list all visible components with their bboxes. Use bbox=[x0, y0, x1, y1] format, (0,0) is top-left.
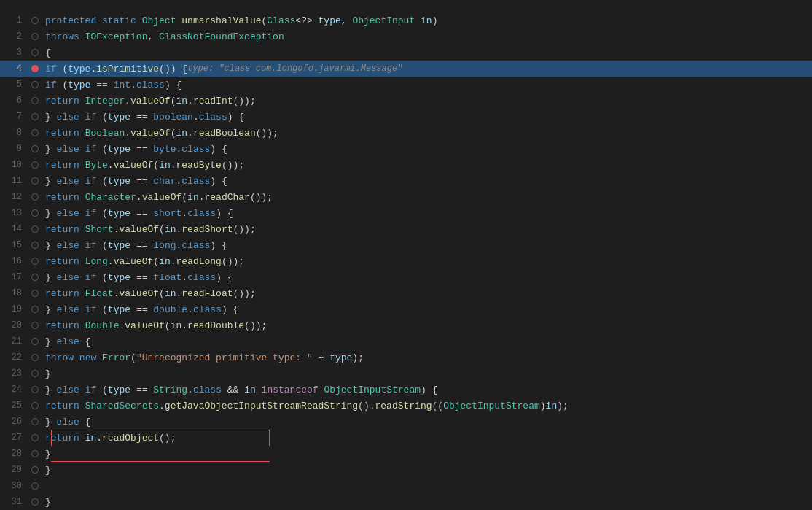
gutter-icon-area bbox=[28, 33, 42, 40]
breakpoint-hollow[interactable] bbox=[31, 258, 39, 265]
gutter-icon-area bbox=[28, 386, 42, 393]
breakpoint-hollow[interactable] bbox=[31, 209, 39, 217]
line-number: 3 bbox=[0, 47, 28, 58]
code-text: } else if (type == char.class) { bbox=[45, 176, 227, 187]
code-line: return Double.valueOf(in.readDouble()); bbox=[42, 317, 812, 333]
code-line: } else { bbox=[42, 333, 812, 349]
breakpoint-hollow[interactable] bbox=[31, 193, 39, 201]
line-number: 31 bbox=[0, 497, 28, 507]
gutter-icon-area bbox=[28, 65, 42, 72]
code-text: if (type == int.class) { bbox=[45, 80, 181, 90]
breakpoint-hollow[interactable] bbox=[31, 482, 39, 490]
line-row: 4 if (type.isPrimitive()) { type: "class… bbox=[0, 61, 812, 77]
breakpoint-hollow[interactable] bbox=[31, 274, 39, 281]
gutter-icon-area bbox=[28, 209, 42, 217]
gutter-icon-area bbox=[28, 370, 42, 377]
line-row: 28 } bbox=[0, 446, 812, 462]
breakpoint-hollow[interactable] bbox=[31, 33, 39, 40]
code-text: } else if (type == short.class) { bbox=[45, 208, 233, 219]
line-number: 19 bbox=[0, 304, 28, 314]
code-text: } bbox=[45, 465, 51, 476]
code-text: protected static Object unmarshalValue(C… bbox=[45, 15, 437, 26]
breakpoint-hollow[interactable] bbox=[31, 81, 39, 88]
breakpoint-dot[interactable] bbox=[31, 65, 39, 72]
line-row: 13 } else if (type == short.class) { bbox=[0, 205, 812, 221]
line-number: 1 bbox=[0, 15, 28, 26]
gutter-icon-area bbox=[28, 49, 42, 56]
line-number: 29 bbox=[0, 465, 28, 475]
gutter-icon-area bbox=[28, 290, 42, 297]
line-row: 8 return Boolean.valueOf(in.readBoolean(… bbox=[0, 125, 812, 141]
breakpoint-hollow[interactable] bbox=[31, 17, 39, 24]
breakpoint-hollow[interactable] bbox=[31, 498, 39, 506]
code-line: { bbox=[42, 45, 812, 61]
line-number: 9 bbox=[0, 144, 28, 154]
breakpoint-hollow[interactable] bbox=[31, 225, 39, 233]
code-line: return Short.valueOf(in.readShort()); bbox=[42, 221, 812, 237]
line-row: 24 } else if (type == String.class && in… bbox=[0, 382, 812, 398]
gutter-icon-area bbox=[28, 322, 42, 329]
gutter-icon-area bbox=[28, 418, 42, 425]
code-text: return Double.valueOf(in.readDouble()); bbox=[45, 320, 267, 331]
breakpoint-hollow[interactable] bbox=[31, 450, 39, 457]
code-text: return Character.valueOf(in.readChar()); bbox=[45, 192, 273, 203]
line-row: 26 } else { bbox=[0, 414, 812, 430]
line-row: 20 return Double.valueOf(in.readDouble()… bbox=[0, 317, 812, 333]
breakpoint-hollow[interactable] bbox=[31, 49, 39, 56]
line-row: 10 return Byte.valueOf(in.readByte()); bbox=[0, 157, 812, 173]
code-line: return Character.valueOf(in.readChar()); bbox=[42, 189, 812, 205]
breakpoint-hollow[interactable] bbox=[31, 402, 39, 409]
breakpoint-hollow[interactable] bbox=[31, 434, 39, 441]
breakpoint-hollow[interactable] bbox=[31, 322, 39, 329]
gutter-icon-area bbox=[28, 274, 42, 281]
code-line bbox=[42, 478, 812, 494]
gutter-icon-area bbox=[28, 97, 42, 104]
breakpoint-hollow[interactable] bbox=[31, 466, 39, 474]
code-line: return SharedSecrets.getJavaObjectInputS… bbox=[42, 398, 812, 414]
breakpoint-hollow[interactable] bbox=[31, 242, 39, 249]
breakpoint-hollow[interactable] bbox=[31, 97, 39, 104]
code-line: } bbox=[42, 462, 812, 478]
breakpoint-hollow[interactable] bbox=[31, 145, 39, 152]
code-text: return Byte.valueOf(in.readByte()); bbox=[45, 160, 244, 171]
code-text: return Short.valueOf(in.readShort()); bbox=[45, 224, 256, 235]
line-row: 14 return Short.valueOf(in.readShort()); bbox=[0, 221, 812, 237]
breakpoint-hollow[interactable] bbox=[31, 386, 39, 393]
gutter-icon-area bbox=[28, 177, 42, 185]
line-number: 14 bbox=[0, 224, 28, 234]
line-row: 5 if (type == int.class) { bbox=[0, 77, 812, 93]
line-row: 18 return Float.valueOf(in.readFloat()); bbox=[0, 285, 812, 301]
code-line: if (type.isPrimitive()) { type: "class c… bbox=[42, 61, 812, 77]
line-number: 28 bbox=[0, 449, 28, 459]
code-line: } else if (type == byte.class) { bbox=[42, 141, 812, 157]
line-number: 2 bbox=[0, 31, 28, 42]
breakpoint-hollow[interactable] bbox=[31, 129, 39, 136]
breakpoint-hollow[interactable] bbox=[31, 113, 39, 120]
line-number: 25 bbox=[0, 401, 28, 411]
code-line: } else if (type == char.class) { bbox=[42, 173, 812, 189]
code-text: if (type.isPrimitive()) { bbox=[45, 63, 187, 74]
code-line: } bbox=[42, 366, 812, 382]
code-line: return Float.valueOf(in.readFloat()); bbox=[42, 285, 812, 301]
code-text: } bbox=[45, 449, 51, 460]
breakpoint-hollow[interactable] bbox=[31, 306, 39, 313]
code-line: } bbox=[42, 494, 812, 510]
line-row: 7 } else if (type == boolean.class) { bbox=[0, 109, 812, 125]
code-text: } else if (type == String.class && in in… bbox=[45, 385, 437, 395]
code-text: } else if (type == float.class) { bbox=[45, 272, 233, 283]
breakpoint-hollow[interactable] bbox=[31, 418, 39, 425]
breakpoint-hollow[interactable] bbox=[31, 161, 39, 169]
gutter-icon-area bbox=[28, 498, 42, 506]
code-text: return SharedSecrets.getJavaObjectInputS… bbox=[45, 401, 569, 412]
code-text: return in.readObject(); bbox=[45, 433, 176, 444]
line-number: 8 bbox=[0, 128, 28, 138]
line-number: 16 bbox=[0, 256, 28, 266]
breakpoint-hollow[interactable] bbox=[31, 338, 39, 345]
line-number: 20 bbox=[0, 320, 28, 331]
breakpoint-hollow[interactable] bbox=[31, 177, 39, 185]
breakpoint-hollow[interactable] bbox=[31, 290, 39, 297]
breakpoint-hollow[interactable] bbox=[31, 354, 39, 361]
code-line: return Long.valueOf(in.readLong()); bbox=[42, 253, 812, 269]
line-row: 1protected static Object unmarshalValue(… bbox=[0, 12, 812, 28]
breakpoint-hollow[interactable] bbox=[31, 370, 39, 377]
